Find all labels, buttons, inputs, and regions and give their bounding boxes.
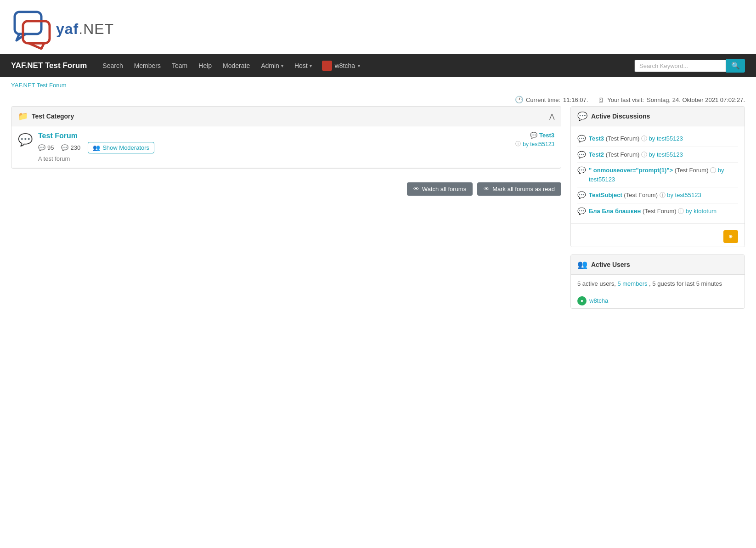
collapse-icon[interactable]: ⋀ [549, 113, 554, 120]
disc-bubble-3: 💬 [577, 191, 586, 199]
user-avatar-nav [322, 61, 332, 71]
forum-last-post: 💬 Test3 ⓘ by test55123 [472, 132, 554, 148]
disc-content-2: " onmouseover="prompt(1)"> (Test Forum) … [589, 166, 738, 184]
show-moderators-button[interactable]: 👥 Show Moderators [88, 142, 154, 153]
info-icon: ⓘ [515, 140, 521, 148]
navbar-search: 🔍 [634, 59, 745, 73]
action-bar: 👁 Watch all forums 👁 Mark all forums as … [11, 176, 561, 202]
active-users-summary: 5 active users, 5 members , 5 guests for… [571, 275, 745, 294]
user-menu-button[interactable]: w8tcha ▾ [318, 59, 364, 73]
current-time-label: Current time: [526, 96, 560, 103]
disc-by-link-0[interactable]: by test55123 [649, 135, 683, 142]
disc-topic-link-1[interactable]: Test2 [589, 151, 604, 158]
main-container: 📁 Test Category ⋀ 💬 Test Forum 💬 95 [0, 106, 756, 327]
nav-team[interactable]: Team [167, 59, 192, 72]
disc-bubble-0: 💬 [577, 135, 586, 143]
nav-admin[interactable]: Admin ▾ [256, 59, 288, 72]
topics-icon: 💬 [38, 144, 45, 151]
disc-info-icon-0: ⓘ [641, 135, 649, 142]
mark-all-read-button[interactable]: 👁 Mark all forums as read [477, 182, 561, 196]
disc-info-icon-4: ⓘ [678, 208, 686, 215]
disc-topic-link-3[interactable]: TestSubject [589, 192, 622, 198]
disc-by-link-1[interactable]: by test55123 [649, 151, 683, 158]
calendar-icon: 🗓 [597, 96, 604, 103]
svg-rect-0 [15, 12, 41, 34]
last-post-info: ⓘ by test55123 [472, 140, 554, 148]
search-icon: 🔍 [731, 62, 740, 70]
search-input[interactable] [634, 60, 726, 72]
breadcrumb-link[interactable]: YAF.NET Test Forum [11, 82, 67, 89]
watch-icon: 👁 [413, 186, 419, 192]
disc-content-3: TestSubject (Test Forum) ⓘ by test55123 [589, 191, 738, 200]
disc-topic-link-2[interactable]: " onmouseover="prompt(1)"> [589, 167, 673, 174]
rss-button[interactable]: ⁕ [723, 230, 738, 243]
left-content: 📁 Test Category ⋀ 💬 Test Forum 💬 95 [11, 106, 561, 316]
active-users-block: 👥 Active Users 5 active users, 5 members… [570, 254, 745, 309]
admin-dropdown-arrow: ▾ [281, 63, 283, 68]
show-mods-label: Show Moderators [102, 144, 149, 151]
category-header: 📁 Test Category ⋀ [11, 107, 561, 126]
folder-icon: 📁 [18, 111, 28, 121]
search-button[interactable]: 🔍 [726, 59, 745, 73]
current-time-value: 11:16:07. [563, 96, 588, 103]
discussion-item-3: 💬 TestSubject (Test Forum) ⓘ by test5512… [577, 187, 738, 203]
disc-forum-2: (Test Forum) [675, 167, 709, 174]
last-post-topic-link[interactable]: Test3 [539, 132, 554, 139]
category-name: Test Category [32, 113, 74, 120]
breadcrumb: YAF.NET Test Forum [0, 77, 756, 93]
svg-marker-1 [17, 34, 26, 40]
user-entry-0: ● w8tcha [571, 294, 745, 308]
disc-bubble-1: 💬 [577, 151, 586, 159]
active-users-header: 👥 Active Users [571, 255, 745, 275]
svg-rect-2 [23, 21, 50, 43]
last-visit-item: 🗓 Your last visit: Sonntag, 24. Oktober … [597, 96, 745, 103]
disc-forum-0: (Test Forum) [606, 135, 640, 142]
members-link[interactable]: 5 members [617, 280, 647, 287]
forum-stats: 💬 95 💬 230 👥 Show Moderators [38, 142, 466, 153]
active-users-summary2: , 5 guests for last 5 minutes [649, 280, 722, 287]
disc-topic-link-0[interactable]: Test3 [589, 135, 604, 142]
active-discussions-title: Active Discussions [591, 113, 650, 120]
right-sidebar: 💬 Active Discussions 💬 Test3 (Test Forum… [570, 106, 745, 316]
discussion-item-1: 💬 Test2 (Test Forum) ⓘ by test55123 [577, 147, 738, 163]
nav-search[interactable]: Search [98, 59, 127, 72]
forum-row: 💬 Test Forum 💬 95 💬 230 👥 [11, 126, 561, 168]
disc-info-icon-2: ⓘ [710, 167, 718, 174]
disc-topic-link-4[interactable]: Бла Бла блашкин [589, 208, 641, 215]
watch-label: Watch all forums [422, 186, 466, 192]
nav-help[interactable]: Help [194, 59, 216, 72]
disc-bubble-4: 💬 [577, 207, 586, 215]
mark-label: Mark all forums as read [492, 186, 555, 192]
disc-by-link-4[interactable]: by ktototum [686, 208, 717, 215]
navbar-brand: YAF.NET Test Forum [11, 61, 87, 70]
forum-name-link[interactable]: Test Forum [38, 132, 78, 140]
logo-text: yaf.NET [56, 21, 114, 38]
forum-bubble-icon: 💬 [18, 133, 33, 147]
nav-moderate[interactable]: Moderate [218, 59, 254, 72]
disc-by-link-3[interactable]: by test55123 [667, 192, 701, 198]
active-discussions-block: 💬 Active Discussions 💬 Test3 (Test Forum… [570, 106, 745, 247]
category-block: 📁 Test Category ⋀ 💬 Test Forum 💬 95 [11, 106, 561, 169]
disc-forum-1: (Test Forum) [606, 151, 640, 158]
last-post-by-link[interactable]: by test55123 [523, 141, 554, 147]
mark-icon: 👁 [484, 186, 490, 192]
user-link-w8tcha[interactable]: w8tcha [589, 297, 608, 304]
time-bar: 🕐 Current time: 11:16:07. 🗓 Your last vi… [0, 93, 756, 106]
nav-host[interactable]: Host ▾ [290, 59, 316, 72]
disc-content-1: Test2 (Test Forum) ⓘ by test55123 [589, 150, 738, 159]
nav-username: w8tcha [335, 62, 355, 69]
navbar: YAF.NET Test Forum Search Members Team H… [0, 54, 756, 77]
logo-icon [11, 8, 52, 50]
active-discussions-header: 💬 Active Discussions [571, 107, 745, 126]
disc-info-icon-3: ⓘ [660, 192, 667, 198]
watch-all-forums-button[interactable]: 👁 Watch all forums [407, 182, 473, 196]
user-dropdown-arrow: ▾ [358, 63, 360, 68]
logo-bar: yaf.NET [0, 0, 756, 54]
current-time-item: 🕐 Current time: 11:16:07. [516, 96, 588, 103]
disc-info-icon-1: ⓘ [641, 151, 649, 158]
rss-footer: ⁕ [571, 223, 745, 247]
disc-bubble-2: 💬 [577, 166, 586, 175]
disc-content-4: Бла Бла блашкин (Test Forum) ⓘ by ktotot… [589, 207, 738, 216]
topics-stat: 💬 95 [38, 144, 54, 151]
nav-members[interactable]: Members [130, 59, 165, 72]
